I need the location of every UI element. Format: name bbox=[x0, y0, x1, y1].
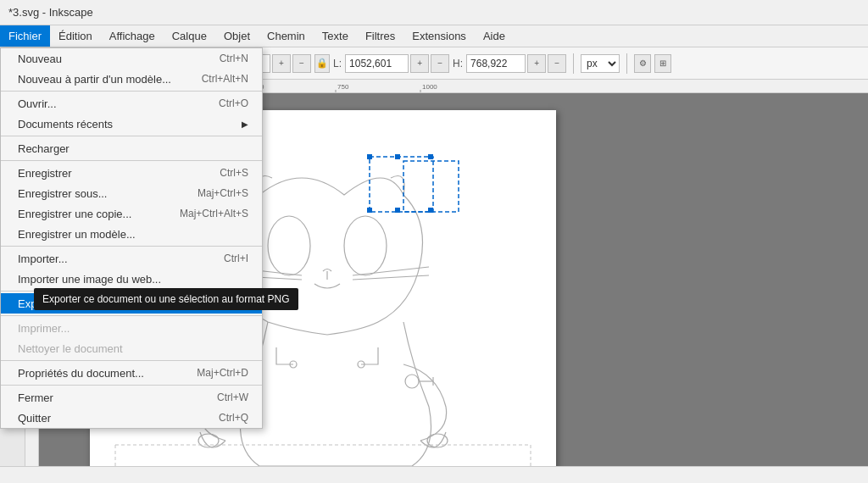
menu-separator bbox=[1, 160, 262, 161]
l-field-group: L: + − bbox=[333, 54, 449, 73]
menu-bar: Fichier NouveauCtrl+NNouveau à partir d'… bbox=[0, 25, 868, 47]
menu-separator bbox=[1, 360, 262, 361]
menu-item-label: Fermer bbox=[18, 391, 53, 404]
menu-separator bbox=[1, 91, 262, 92]
menu-item-proprietes[interactable]: Propriétés du document...Maj+Ctrl+D bbox=[1, 363, 262, 383]
menu-item-label: Nouveau bbox=[18, 53, 62, 65]
exporter-tooltip: Exporter ce document ou une sélection au… bbox=[34, 288, 298, 310]
menu-objet[interactable]: Objet bbox=[215, 25, 259, 47]
menu-separator bbox=[1, 136, 262, 136]
svg-line-19 bbox=[353, 275, 429, 280]
svg-text:750: 750 bbox=[337, 83, 349, 91]
menu-shortcut: Ctrl+N bbox=[220, 53, 248, 64]
menu-shortcut: Ctrl+I bbox=[224, 253, 248, 264]
transform-btn[interactable]: ⚙ bbox=[634, 54, 651, 73]
menu-item-label: Nettoyer le document bbox=[18, 342, 123, 355]
menu-separator bbox=[1, 385, 262, 386]
l-label: L: bbox=[333, 58, 342, 69]
y-dec-btn[interactable]: − bbox=[292, 54, 311, 73]
menu-filtres[interactable]: Filtres bbox=[357, 25, 403, 47]
h-input[interactable] bbox=[466, 54, 526, 73]
menu-item-label: Importer... bbox=[18, 253, 68, 265]
menu-shortcut: Maj+Ctrl+Alt+S bbox=[180, 208, 248, 219]
menu-item-label: Documents récents bbox=[18, 118, 113, 130]
menu-item-ouvrir[interactable]: Ouvrir...Ctrl+O bbox=[1, 93, 262, 114]
menu-shortcut: Ctrl+O bbox=[219, 97, 248, 109]
menu-shortcut: Ctrl+W bbox=[217, 391, 248, 403]
menu-item-nouveau-modele[interactable]: Nouveau à partir d'un modèle...Ctrl+Alt+… bbox=[1, 69, 262, 89]
menu-item-label: Imprimer... bbox=[18, 322, 70, 335]
menu-shortcut: Ctrl+Alt+N bbox=[202, 73, 248, 85]
menu-item-enregistrer[interactable]: EnregistrerCtrl+S bbox=[1, 163, 262, 183]
menu-item-label: Propriétés du document... bbox=[18, 367, 144, 380]
h-label: H: bbox=[453, 58, 463, 69]
h-field-group: H: + − bbox=[453, 54, 566, 73]
h-inc-btn[interactable]: + bbox=[527, 54, 546, 73]
l-dec-btn[interactable]: − bbox=[431, 54, 449, 73]
menu-item-enregistrer-copie[interactable]: Enregistrer une copie...Maj+Ctrl+Alt+S bbox=[1, 203, 262, 224]
menu-item-enregistrer-modele[interactable]: Enregistrer un modèle... bbox=[1, 224, 262, 244]
menu-separator bbox=[1, 246, 262, 247]
menu-extensions[interactable]: Extensions bbox=[403, 25, 475, 47]
submenu-arrow-icon: ▶ bbox=[242, 119, 248, 129]
menu-item-quitter[interactable]: QuitterCtrl+Q bbox=[1, 408, 262, 428]
y-inc-btn[interactable]: + bbox=[272, 54, 291, 73]
toolbar-sep-3 bbox=[626, 53, 627, 74]
svg-rect-31 bbox=[370, 157, 433, 212]
menu-item-recharger[interactable]: Recharger bbox=[1, 138, 262, 158]
svg-rect-34 bbox=[428, 154, 433, 159]
menu-item-importer-web[interactable]: Importer une image du web... bbox=[1, 269, 262, 289]
menu-item-label: Recharger bbox=[18, 142, 70, 155]
menu-item-enregistrer-sous[interactable]: Enregistrer sous...Maj+Ctrl+S bbox=[1, 183, 262, 203]
menu-item-fermer[interactable]: FermerCtrl+W bbox=[1, 387, 262, 408]
menu-item-nouveau[interactable]: NouveauCtrl+N bbox=[1, 48, 262, 69]
menu-shortcut: Ctrl+S bbox=[220, 167, 248, 179]
menu-calque[interactable]: Calque bbox=[164, 25, 215, 47]
menu-item-label: Nouveau à partir d'un modèle... bbox=[18, 73, 171, 86]
menu-edition[interactable]: Édition bbox=[50, 25, 101, 47]
snap-btn[interactable]: ⊞ bbox=[654, 54, 671, 73]
l-inc-btn[interactable]: + bbox=[410, 54, 429, 73]
svg-rect-37 bbox=[395, 154, 400, 159]
lock-aspect-btn[interactable]: 🔒 bbox=[314, 54, 330, 73]
menu-fichier[interactable]: Fichier NouveauCtrl+NNouveau à partir d'… bbox=[0, 25, 50, 47]
svg-rect-30 bbox=[115, 445, 531, 466]
menu-item-label: Enregistrer sous... bbox=[18, 187, 108, 200]
menu-item-label: Enregistrer bbox=[18, 167, 72, 180]
menu-item-label: Importer une image du web... bbox=[18, 273, 161, 286]
menu-shortcut: Maj+Ctrl+S bbox=[198, 187, 248, 199]
svg-point-14 bbox=[268, 216, 310, 275]
svg-rect-38 bbox=[395, 208, 400, 213]
l-input[interactable] bbox=[345, 54, 409, 73]
menu-affichage[interactable]: Affichage bbox=[101, 25, 164, 47]
fichier-dropdown: NouveauCtrl+NNouveau à partir d'un modèl… bbox=[0, 47, 263, 429]
menu-shortcut: Ctrl+Q bbox=[219, 412, 248, 424]
title-bar: *3.svg - Inkscape bbox=[0, 0, 868, 25]
h-dec-btn[interactable]: − bbox=[548, 54, 566, 73]
menu-item-docs-recents[interactable]: Documents récents▶ bbox=[1, 114, 262, 134]
svg-point-15 bbox=[344, 216, 387, 275]
menu-texte[interactable]: Texte bbox=[314, 25, 357, 47]
svg-rect-33 bbox=[367, 154, 372, 159]
menu-item-label: Enregistrer un modèle... bbox=[18, 228, 136, 241]
menu-item-imprimer: Imprimer... bbox=[1, 318, 262, 338]
status-bar bbox=[0, 466, 868, 483]
menu-chemin[interactable]: Chemin bbox=[259, 25, 314, 47]
menu-item-importer[interactable]: Importer...Ctrl+I bbox=[1, 248, 262, 269]
svg-rect-35 bbox=[367, 208, 372, 213]
menu-item-label: Enregistrer une copie... bbox=[18, 208, 131, 220]
menu-separator bbox=[1, 315, 262, 316]
svg-text:1000: 1000 bbox=[422, 83, 437, 91]
svg-rect-36 bbox=[428, 208, 433, 213]
menu-item-label: Ouvrir... bbox=[18, 97, 57, 110]
toolbar-sep-2 bbox=[573, 53, 574, 74]
unit-select[interactable]: px mm cm in bbox=[581, 54, 620, 73]
menu-shortcut: Maj+Ctrl+D bbox=[197, 367, 248, 379]
menu-item-nettoyer: Nettoyer le document bbox=[1, 338, 262, 358]
title-text: *3.svg - Inkscape bbox=[8, 6, 93, 19]
svg-point-23 bbox=[405, 375, 419, 388]
menu-aide[interactable]: Aide bbox=[475, 25, 514, 47]
menu-item-label: Quitter bbox=[18, 412, 51, 425]
